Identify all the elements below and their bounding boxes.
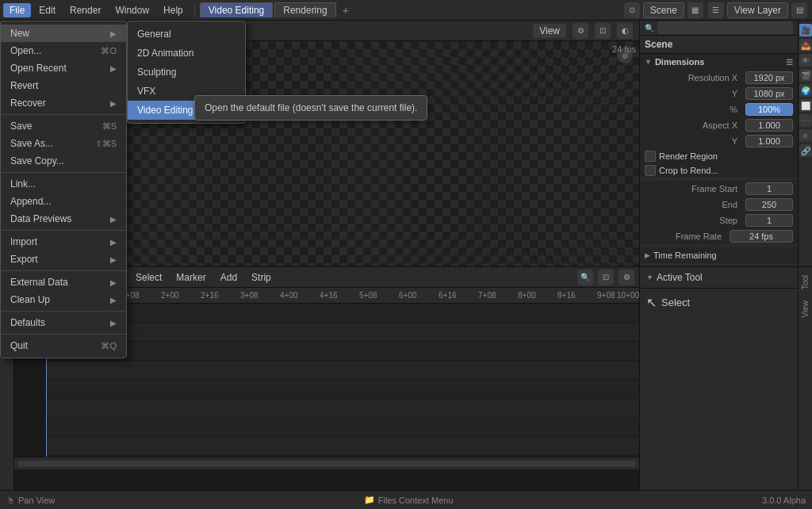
- seq-select-btn[interactable]: Select: [129, 270, 168, 285]
- preview-overlay-icon: ⊡: [595, 23, 611, 39]
- channel-grid: [46, 304, 639, 457]
- time-remaining-header[interactable]: ▶ Time Remaining: [640, 247, 798, 263]
- vtab-view[interactable]: View: [799, 296, 811, 323]
- render-region-checkbox[interactable]: Render Region: [640, 149, 798, 163]
- help-menu-btn[interactable]: Help: [157, 3, 190, 17]
- render-icon: ▦: [688, 2, 703, 18]
- engine-icon: ⊙: [624, 2, 640, 18]
- add-workspace-btn[interactable]: +: [338, 2, 354, 18]
- crop-render-checkbox[interactable]: Crop to Rend...: [640, 163, 798, 178]
- render-menu-btn[interactable]: Render: [63, 3, 107, 17]
- channel-row-3: [46, 342, 639, 361]
- crop-render-box[interactable]: [645, 165, 656, 176]
- properties-search[interactable]: [657, 21, 793, 34]
- sidebar-icon-3[interactable]: [2, 52, 13, 63]
- res-x-row: Resolution X 1920 px: [640, 70, 798, 86]
- sidebar-icon-1[interactable]: [2, 24, 13, 35]
- properties-search-icon[interactable]: 🔍: [645, 24, 654, 33]
- preview-camera-icon: 🎥: [21, 23, 36, 39]
- aspect-x-row: Aspect X 1.000: [640, 117, 798, 133]
- playhead: [46, 304, 47, 457]
- frame-step-value[interactable]: 1: [745, 214, 793, 227]
- res-y-value[interactable]: 1080 px: [745, 87, 793, 100]
- context-bar: 🖱 Pan View 📁 Files Context Menu 3.0.0 Al…: [0, 490, 812, 509]
- frame-range-section: Frame Start 1 End 250 Step 1 Frame Rate …: [640, 181, 798, 244]
- frame-start-value[interactable]: 1: [745, 182, 793, 195]
- seq-strip-btn[interactable]: Strip: [245, 270, 278, 285]
- dimensions-header[interactable]: Dimensions ☰: [640, 54, 798, 70]
- res-pct-value[interactable]: 100%: [745, 103, 793, 116]
- seq-marker-btn[interactable]: Marker: [170, 270, 212, 285]
- view-layer-icon: ☰: [708, 2, 724, 18]
- active-tool-name: Select: [661, 297, 690, 308]
- edit-menu-btn[interactable]: Edit: [33, 3, 62, 17]
- aspect-y-value[interactable]: 1.000: [745, 135, 793, 147]
- left-sidebar: [0, 21, 14, 490]
- active-tool-header: Active Tool: [640, 267, 798, 289]
- properties-header: 🔍: [640, 21, 798, 36]
- seq-add-btn[interactable]: Add: [214, 270, 243, 285]
- seq-search-icon[interactable]: 🔍: [577, 270, 593, 285]
- seq-overlay-icon: ⊡: [598, 270, 614, 285]
- current-frame-display: 0+01: [14, 288, 46, 304]
- props-tab-object[interactable]: ⬜: [799, 99, 812, 112]
- property-side-tabs: 🎥 📤 👁 🎬 🌍 ⬜ ⋯ ⚛ 🔗: [798, 21, 812, 266]
- preview-view-btn[interactable]: View: [533, 24, 566, 38]
- window-menu-btn[interactable]: Window: [109, 3, 155, 17]
- timeline-ruler: 0+01 0+16 1+08 2+00 2+16 3+08 4+00 4+16 …: [46, 288, 639, 304]
- dimensions-section: Dimensions ☰ Resolution X 1920 px Y 1080…: [640, 54, 798, 178]
- dimensions-options[interactable]: ☰: [786, 58, 793, 67]
- frame-end-value[interactable]: 250: [745, 198, 793, 211]
- props-tab-view[interactable]: 👁: [799, 54, 812, 67]
- preview-grid-icon: ⊞: [43, 23, 59, 39]
- props-tab-particles[interactable]: ⋯: [799, 114, 812, 127]
- props-tab-physics[interactable]: ⚛: [799, 129, 812, 142]
- res-y-row: Y 1080 px: [640, 86, 798, 101]
- pan-view-info: 🖱 Pan View: [6, 496, 55, 505]
- channel-row-2: [46, 323, 639, 342]
- channel-row-8: [46, 437, 639, 456]
- frame-start-row: Frame Start 1: [640, 181, 798, 197]
- channel-row-7: [46, 418, 639, 437]
- active-tool-panel: Active Tool ↖ Select Tool View: [640, 266, 812, 490]
- active-tool-content: ↖ Select: [640, 289, 798, 316]
- frame-rate-value[interactable]: 24 fps: [730, 230, 793, 243]
- preview-settings-icon: ⚙: [573, 23, 588, 39]
- seq-view-icon: ⊡: [105, 270, 121, 285]
- workspace-tab-rendering[interactable]: Rendering: [274, 2, 335, 17]
- aspect-x-value[interactable]: 1.000: [745, 119, 793, 132]
- aspect-y-row: Y 1.000: [640, 133, 798, 149]
- frame-rate-row: Frame Rate 24 fps: [640, 228, 798, 244]
- seq-scrollbar[interactable]: [14, 457, 639, 469]
- sidebar-icon-2[interactable]: [2, 38, 13, 49]
- preview-mode-icon: ◐: [617, 23, 633, 39]
- channel-row-9: [46, 456, 639, 457]
- channel-row-4: [46, 361, 639, 380]
- sequencer-toolbar: ▤ Sequencer ⊡ Select Marker Add Strip 🔍 …: [14, 267, 639, 288]
- props-tab-output[interactable]: 📤: [799, 39, 812, 52]
- video-preview: ⊕ 24 fps: [14, 41, 639, 266]
- channel-row-5: [46, 380, 639, 399]
- seq-icon: ▤: [19, 270, 35, 285]
- version-display: 3.0.0 Alpha: [762, 496, 806, 505]
- vertical-tabs: Tool View: [798, 267, 812, 490]
- vtab-tool[interactable]: Tool: [799, 270, 811, 294]
- scene-name-field[interactable]: Scene: [643, 2, 684, 18]
- res-x-value[interactable]: 1920 px: [745, 71, 793, 84]
- time-remaining-section: ▶ Time Remaining: [640, 247, 798, 263]
- props-tab-constraints[interactable]: 🔗: [799, 144, 812, 157]
- top-menu-bar: File Edit Render Window Help Video Editi…: [0, 0, 812, 21]
- props-tab-scene[interactable]: 🎬: [799, 69, 812, 82]
- select-cursor-icon: ↖: [646, 295, 657, 310]
- res-pct-row: % 100%: [640, 101, 798, 117]
- workspace-tab-video-editing[interactable]: Video Editing: [200, 2, 274, 17]
- render-region-box[interactable]: [645, 151, 656, 162]
- file-menu-btn[interactable]: File: [3, 3, 31, 17]
- frame-end-row: End 250: [640, 197, 798, 212]
- props-tab-render[interactable]: 🎥: [799, 24, 812, 36]
- scene-section-header: Scene: [640, 36, 798, 54]
- view-layer-field[interactable]: View Layer: [727, 2, 788, 18]
- channel-row-6: [46, 399, 639, 418]
- props-tab-world[interactable]: 🌍: [799, 84, 812, 97]
- layer-options-icon: ▤: [791, 2, 807, 18]
